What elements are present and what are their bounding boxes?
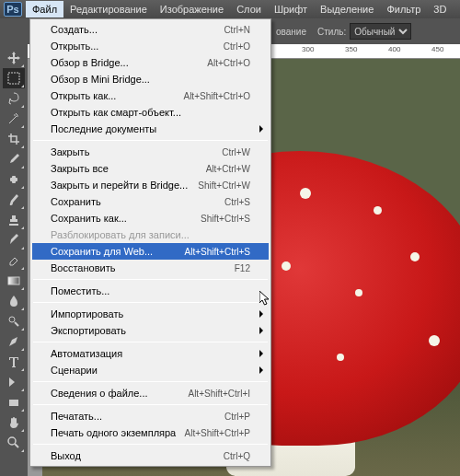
app-menubar: Ps ФайлРедактированиеИзображениеСлоиШриф…	[0, 0, 460, 18]
menu-item-label: Печать одного экземпляра	[51, 427, 185, 438]
style-select[interactable]: Обычный	[350, 23, 411, 40]
menu-item[interactable]: ЗакрытьCtrl+W	[32, 144, 269, 160]
tool-stamp[interactable]	[3, 210, 25, 230]
menu-item[interactable]: Печатать...Ctrl+P	[32, 408, 269, 424]
menubar-item-файл[interactable]: Файл	[26, 1, 63, 17]
style-label: Стиль:	[317, 27, 346, 37]
tool-hand[interactable]	[3, 412, 25, 433]
tool-eraser[interactable]	[3, 250, 25, 271]
svg-rect-3	[8, 277, 19, 284]
menu-item[interactable]: Открыть как смарт-объект...	[32, 104, 269, 121]
menu-item-shortcut: Alt+Shift+Ctrl+P	[185, 428, 250, 438]
menu-item-shortcut: Ctrl+S	[224, 197, 250, 207]
menu-item-label: Печатать...	[51, 411, 224, 422]
tool-lasso[interactable]	[3, 88, 25, 109]
svg-rect-2	[12, 176, 16, 183]
menubar-item-слои[interactable]: Слои	[230, 1, 268, 17]
tool-blur[interactable]	[3, 291, 25, 311]
tool-eyedropper[interactable]	[3, 149, 25, 169]
menu-item[interactable]: СохранитьCtrl+S	[32, 193, 269, 210]
menu-item-label: Выход	[51, 450, 224, 461]
tool-rect[interactable]	[3, 392, 25, 412]
menu-item-label: Экспортировать	[51, 325, 250, 336]
file-menu-dropdown: Создать...Ctrl+NОткрыть...Ctrl+OОбзор в …	[29, 18, 271, 467]
tool-gradient[interactable]	[3, 271, 25, 291]
menubar-item-шрифт[interactable]: Шрифт	[268, 1, 314, 17]
svg-rect-5	[9, 400, 18, 406]
menu-item-label: Закрыть и перейти в Bridge...	[51, 180, 198, 191]
menu-item-shortcut: Alt+Shift+Ctrl+S	[185, 247, 250, 257]
svg-point-6	[8, 437, 16, 445]
menu-item[interactable]: Сохранить для Web...Alt+Shift+Ctrl+S	[32, 243, 269, 260]
tools-panel	[0, 44, 28, 476]
menubar-item-изображение[interactable]: Изображение	[154, 1, 230, 17]
submenu-arrow-icon	[259, 350, 263, 357]
submenu-arrow-icon	[259, 125, 263, 133]
cursor-icon	[259, 291, 272, 308]
menu-item[interactable]: Обзор в Mini Bridge...	[32, 71, 269, 87]
ruler-mark: 400	[388, 45, 400, 53]
menu-item[interactable]: Сценарии	[32, 362, 269, 378]
menu-item-label: Обзор в Mini Bridge...	[51, 74, 250, 85]
menu-item-label: Сохранить как...	[51, 213, 201, 224]
tool-move[interactable]	[3, 48, 25, 68]
menu-item-label: Открыть как...	[51, 90, 183, 101]
ruler-mark: 350	[345, 45, 357, 53]
menu-separator	[33, 302, 268, 303]
menu-item-label: Автоматизация	[51, 348, 250, 359]
menu-item[interactable]: Поместить...	[32, 283, 269, 299]
tool-crop[interactable]	[3, 129, 25, 149]
menu-item-label: Сведения о файле...	[51, 388, 188, 399]
tool-brush[interactable]	[3, 190, 25, 210]
svg-rect-0	[8, 73, 19, 84]
menu-item[interactable]: Обзор в Bridge...Alt+Ctrl+O	[32, 54, 269, 71]
menu-item[interactable]: Печать одного экземпляраAlt+Shift+Ctrl+P	[32, 424, 269, 441]
tool-path[interactable]	[3, 372, 25, 392]
tool-wand[interactable]	[3, 109, 25, 129]
menu-separator	[33, 381, 268, 382]
menu-item-label: Сохранить для Web...	[51, 246, 185, 257]
submenu-arrow-icon	[259, 327, 263, 334]
menu-item[interactable]: Последние документы	[32, 121, 269, 137]
menu-separator	[33, 404, 268, 405]
submenu-arrow-icon	[259, 366, 263, 374]
menubar-item-фильтр[interactable]: Фильтр	[380, 1, 427, 17]
tool-history[interactable]	[3, 230, 25, 250]
menu-item-label: Сохранить	[51, 196, 224, 207]
menu-item-shortcut: Alt+Shift+Ctrl+I	[188, 389, 250, 399]
menu-item[interactable]: Автоматизация	[32, 345, 269, 362]
menu-item-shortcut: Ctrl+N	[224, 25, 250, 35]
menu-item[interactable]: Экспортировать	[32, 322, 269, 339]
submenu-arrow-icon	[259, 310, 263, 318]
menubar-item-редактирование[interactable]: Редактирование	[63, 1, 154, 17]
tool-marquee[interactable]	[3, 68, 25, 88]
menu-item-label: Сценарии	[51, 365, 250, 376]
menu-item-shortcut: Alt+Ctrl+W	[206, 164, 250, 174]
menu-item[interactable]: ВыходCtrl+Q	[32, 447, 269, 464]
menu-separator	[33, 140, 268, 141]
tool-type[interactable]	[3, 352, 25, 372]
menu-item[interactable]: Импортировать	[32, 306, 269, 322]
menu-item-shortcut: Alt+Shift+Ctrl+O	[183, 91, 250, 101]
menu-item-label: Открыть...	[51, 41, 224, 52]
menu-item-shortcut: Ctrl+O	[224, 41, 250, 52]
menu-item[interactable]: Закрыть всеAlt+Ctrl+W	[32, 160, 269, 177]
menu-item[interactable]: Открыть как...Alt+Shift+Ctrl+O	[32, 87, 269, 104]
tool-pen[interactable]	[3, 331, 25, 352]
menu-item[interactable]: Сохранить как...Shift+Ctrl+S	[32, 210, 269, 226]
tool-zoom[interactable]	[3, 433, 25, 453]
menu-item[interactable]: Сведения о файле...Alt+Shift+Ctrl+I	[32, 385, 269, 401]
menu-item[interactable]: Закрыть и перейти в Bridge...Shift+Ctrl+…	[32, 177, 269, 193]
tool-heal[interactable]	[3, 169, 25, 190]
app-logo: Ps	[0, 0, 26, 18]
menu-item-label: Закрыть	[51, 146, 222, 157]
menubar-item-3d[interactable]: 3D	[427, 1, 453, 17]
menu-item-label: Закрыть все	[51, 163, 206, 174]
menu-item[interactable]: ВосстановитьF12	[32, 260, 269, 276]
menu-item[interactable]: Создать...Ctrl+N	[32, 21, 269, 38]
menu-item-shortcut: Ctrl+Q	[224, 451, 250, 461]
menu-item[interactable]: Открыть...Ctrl+O	[32, 38, 269, 54]
tool-dodge[interactable]	[3, 311, 25, 331]
menu-item-label: Обзор в Bridge...	[51, 57, 207, 68]
menubar-item-выделение[interactable]: Выделение	[314, 1, 380, 17]
